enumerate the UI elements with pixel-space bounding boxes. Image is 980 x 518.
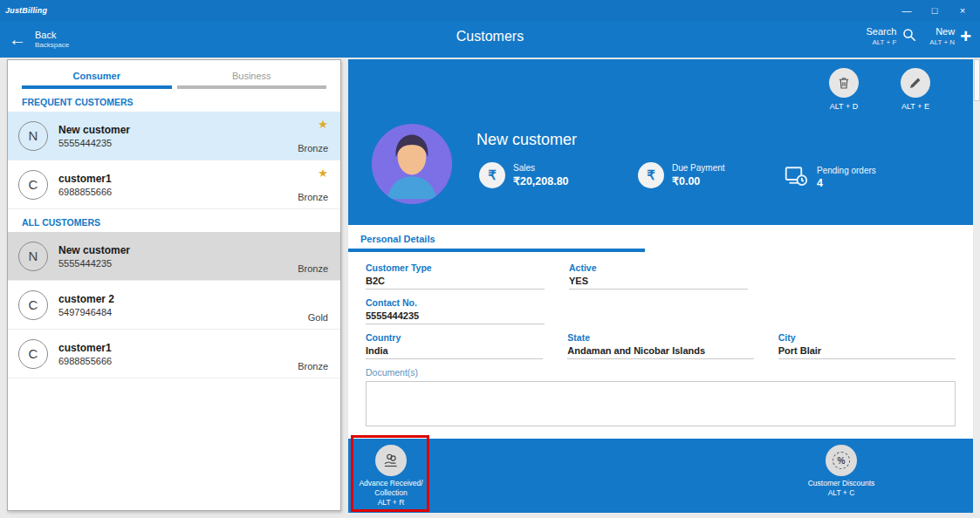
percent-icon: % [826,445,857,476]
customer-tier: Bronze [298,192,328,202]
section-title-frequent: FREQUENT CUSTOMERS [8,89,340,112]
field-label: State [567,332,753,343]
field-label: Country [366,332,543,343]
customer-name: customer1 [58,173,298,185]
star-icon: ★ [318,167,328,179]
stat-pending-orders: Pending orders 4 [783,162,876,192]
stat-sales: ₹ Sales ₹20,208.80 [479,162,569,188]
stat-value: ₹0.00 [672,174,725,187]
search-shortcut: ALT + F [872,38,896,47]
customer-name: New customer [58,244,298,256]
field-country: Country India [366,332,543,359]
advance-label-line1: Advance Received/ [355,479,427,488]
documents-dropzone[interactable] [366,381,956,426]
edit-shortcut: ALT + E [891,102,940,111]
customer-row[interactable]: C customer1 6988855666 Bronze [8,330,340,378]
edit-customer-button[interactable]: ALT + E [891,68,940,111]
customer-row[interactable]: C customer 2 5497946484 Gold [8,281,340,330]
customer-avatar-image [370,122,454,206]
search-button[interactable]: Search ALT + F [866,26,917,47]
personal-details-section: Personal Details Customer Type B2C Activ… [348,225,973,439]
field-customer-type: Customer Type B2C [366,262,545,290]
app-logo: JustBilling [5,6,47,15]
detail-footer: Advance Received/ Collection ALT + R % C… [348,439,973,513]
discounts-shortcut: ALT + C [789,488,894,498]
page-title: Customers [0,29,980,44]
search-label: Search [866,26,896,38]
field-city: City Port Blair [778,332,956,359]
window-controls: — □ × [894,2,975,19]
customer-discounts-button[interactable]: % Customer Discounts ALT + C [789,445,894,498]
field-value[interactable]: YES [569,273,748,290]
field-value[interactable]: Port Blair [778,343,956,359]
field-label: Contact No. [366,297,545,308]
avatar: C [18,339,48,369]
detail-customer-name: New customer [476,131,577,149]
customer-detail-panel: New customer ₹ Sales ₹20,208.80 ₹ Due Pa… [348,59,973,513]
field-state: State Andaman and Nicobar Islands [567,332,753,359]
avatar: N [18,242,48,271]
stat-label: Due Payment [672,163,725,173]
star-icon: ★ [318,119,328,130]
list-tabs: Consumer Business [8,60,340,89]
customer-phone: 5555444235 [58,138,298,148]
stat-value: ₹20,208.80 [513,174,569,187]
detail-header: New customer ₹ Sales ₹20,208.80 ₹ Due Pa… [348,59,973,225]
customer-name: New customer [58,124,298,136]
documents-label: Document(s) [366,367,956,378]
plus-icon: + [960,24,971,50]
customer-phone: 6988855666 [58,356,298,366]
field-label: City [778,332,956,343]
customer-name: customer 2 [58,293,308,305]
rupee-icon: ₹ [479,162,505,188]
close-icon[interactable]: × [950,2,975,19]
tab-business[interactable]: Business [177,65,327,89]
stat-due-payment: ₹ Due Payment ₹0.00 [638,162,725,188]
customer-row[interactable]: N New customer 5555444235 ★ Bronze [8,112,340,160]
titlebar: JustBilling — □ × [0,0,980,21]
customer-row[interactable]: C customer1 6988855666 ★ Bronze [8,160,340,209]
rupee-icon: ₹ [638,162,664,188]
app-window: JustBilling — □ × ← Back Backspace Custo… [0,0,980,518]
customer-tier: Gold [308,312,328,323]
tab-personal-details[interactable]: Personal Details [348,225,645,252]
vertical-scrollbar[interactable] [974,59,980,515]
customer-row[interactable]: N New customer 5555444235 Bronze [8,232,340,281]
field-value[interactable]: Andaman and Nicobar Islands [567,343,753,359]
field-value[interactable]: India [366,343,543,359]
section-title-all: ALL CUSTOMERS [8,209,340,232]
delete-shortcut: ALT + D [819,102,868,111]
stat-label: Pending orders [817,166,876,175]
customer-list-panel: Consumer Business FREQUENT CUSTOMERS N N… [7,59,341,511]
field-label: Customer Type [366,262,545,273]
minimize-icon[interactable]: — [894,2,919,19]
scrollbar-thumb[interactable] [974,59,980,101]
customer-tier: Bronze [298,143,328,153]
customer-phone: 5555444235 [58,258,298,269]
tab-consumer[interactable]: Consumer [22,65,172,89]
customer-tier: Bronze [298,263,328,274]
field-value[interactable]: B2C [366,273,545,290]
pending-orders-icon [783,162,809,192]
pencil-icon [901,68,930,98]
field-active: Active YES [569,262,748,290]
maximize-icon[interactable]: □ [922,2,947,19]
cash-collection-icon [375,445,407,476]
field-label: Active [569,262,748,273]
field-contact-no: Contact No. 5555444235 [366,297,545,324]
advance-received-button[interactable]: Advance Received/ Collection ALT + R [355,445,427,508]
discounts-label: Customer Discounts [789,479,894,488]
page-header: ← Back Backspace Customers Search ALT + … [0,21,980,58]
new-button[interactable]: New ALT + N + [929,24,971,50]
advance-shortcut: ALT + R [355,498,427,508]
search-icon [901,27,917,46]
delete-customer-button[interactable]: ALT + D [819,68,868,111]
new-shortcut: ALT + N [929,38,955,47]
new-label: New [935,26,955,38]
advance-label-line2: Collection [355,488,427,498]
content-area: Consumer Business FREQUENT CUSTOMERS N N… [0,58,980,518]
field-value[interactable]: 5555444235 [366,308,545,324]
avatar: C [18,290,48,320]
trash-icon [829,68,859,98]
avatar: C [18,170,48,200]
